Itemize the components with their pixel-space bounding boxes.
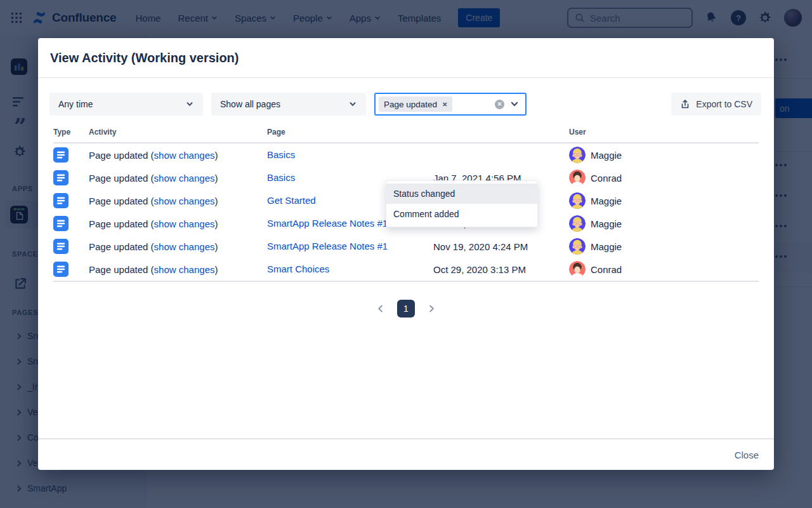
activity-type-dropdown-menu: Status changed Comment added: [386, 180, 538, 227]
time-filter-value: Any time: [58, 99, 93, 109]
user-name: Maggie: [591, 196, 622, 206]
user-cell: Maggie: [569, 238, 759, 255]
column-header-type: Type: [53, 128, 89, 137]
previous-page-icon[interactable]: [373, 301, 388, 316]
user-avatar: [569, 170, 586, 186]
activity-cell: Page updated (show changes): [89, 241, 267, 252]
page-link[interactable]: Get Started: [267, 195, 316, 206]
page-type-icon: [53, 193, 89, 208]
column-header-activity: Activity: [89, 128, 267, 137]
modal-footer: Close: [38, 438, 774, 470]
next-page-icon[interactable]: [424, 301, 439, 316]
page-type-icon: [53, 147, 89, 163]
page-link[interactable]: SmartApp Release Notes #1: [267, 241, 388, 251]
dropdown-option[interactable]: Status changed: [386, 184, 537, 204]
clear-filter-icon[interactable]: ✕: [495, 100, 504, 109]
pages-filter-select[interactable]: Show all pages: [211, 93, 366, 116]
current-page-button[interactable]: 1: [397, 300, 415, 318]
close-button[interactable]: Close: [735, 450, 759, 460]
filter-bar: Any time Show all pages Page updated ✕ ✕: [49, 93, 761, 116]
filter-tag-label: Page updated: [384, 100, 437, 109]
activity-cell: Page updated (show changes): [89, 218, 267, 229]
table-header-row: Type Activity Page User: [53, 128, 759, 144]
activity-cell: Page updated (show changes): [89, 150, 267, 161]
page-type-icon: [53, 262, 89, 277]
user-avatar: [569, 215, 586, 232]
activity-cell: Page updated (show changes): [89, 196, 267, 206]
time-filter-select[interactable]: Any time: [49, 93, 203, 116]
show-changes-link[interactable]: show changes: [154, 241, 215, 252]
column-header-user: User: [569, 128, 759, 137]
page-link[interactable]: SmartApp Release Notes #1: [267, 218, 388, 229]
view-activity-modal: View Activity (Working version) Any time…: [38, 38, 774, 470]
user-name: Maggie: [591, 241, 622, 252]
user-name: Maggie: [591, 150, 622, 161]
user-cell: Maggie: [569, 147, 759, 163]
show-changes-link[interactable]: show changes: [154, 264, 215, 275]
user-cell: Conrad: [569, 170, 759, 186]
user-cell: Maggie: [569, 192, 759, 209]
show-changes-link[interactable]: show changes: [154, 218, 215, 229]
export-csv-button[interactable]: Export to CSV: [671, 93, 761, 116]
page-cell: SmartApp Release Notes #1: [267, 241, 433, 252]
export-icon: [680, 99, 690, 109]
modal-header: View Activity (Working version): [38, 38, 774, 78]
page-link[interactable]: Smart Choices: [267, 264, 329, 274]
page-link[interactable]: Basics: [267, 172, 295, 183]
dropdown-option[interactable]: Comment added: [386, 204, 537, 224]
date-cell: Oct 29, 2020 3:13 PM: [433, 264, 569, 275]
filter-tag: Page updated ✕: [379, 97, 452, 112]
pagination: 1: [38, 300, 774, 318]
page-cell: Basics: [267, 149, 433, 161]
user-cell: Maggie: [569, 215, 759, 232]
table-row: Page updated (show changes) Smart Choice…: [53, 258, 759, 281]
user-avatar: [569, 192, 586, 209]
column-header-page: Page: [267, 128, 433, 137]
remove-tag-icon[interactable]: ✕: [442, 101, 447, 108]
user-avatar: [569, 147, 586, 163]
chevron-down-icon: [348, 100, 357, 109]
chevron-down-icon[interactable]: [509, 99, 520, 109]
date-cell: Nov 19, 2020 4:24 PM: [433, 241, 569, 252]
activity-cell: Page updated (show changes): [89, 264, 267, 275]
chevron-down-icon: [185, 100, 194, 109]
page-link[interactable]: Basics: [267, 149, 295, 160]
page-type-icon: [53, 170, 89, 185]
table-row: Page updated (show changes) Basics Maggi…: [53, 144, 759, 166]
activity-cell: Page updated (show changes): [89, 173, 267, 184]
user-name: Conrad: [591, 264, 622, 275]
user-cell: Conrad: [569, 261, 759, 277]
show-changes-link[interactable]: show changes: [154, 150, 215, 161]
page-cell: Smart Choices: [267, 264, 433, 275]
user-avatar: [569, 261, 586, 277]
user-name: Conrad: [591, 173, 622, 184]
show-changes-link[interactable]: show changes: [154, 196, 215, 206]
user-name: Maggie: [591, 218, 622, 229]
page-type-icon: [53, 216, 89, 231]
show-changes-link[interactable]: show changes: [154, 173, 215, 184]
user-avatar: [569, 238, 586, 255]
pages-filter-value: Show all pages: [220, 99, 280, 109]
export-csv-label: Export to CSV: [696, 99, 752, 109]
table-row: Page updated (show changes) SmartApp Rel…: [53, 235, 759, 258]
page-type-icon: [53, 239, 89, 254]
activity-type-multiselect[interactable]: Page updated ✕ ✕: [374, 93, 527, 116]
modal-title: View Activity (Working version): [50, 51, 239, 65]
